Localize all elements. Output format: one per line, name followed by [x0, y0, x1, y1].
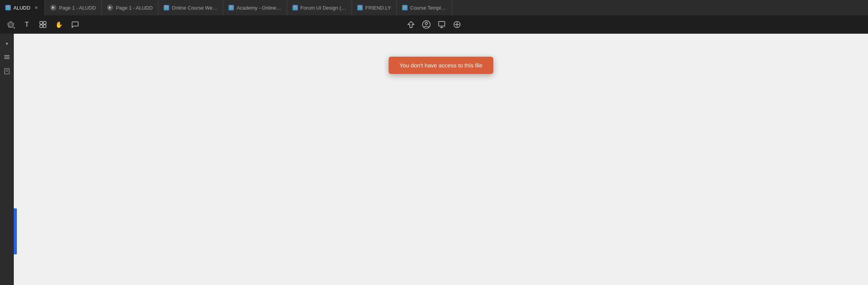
svg-rect-42 — [439, 21, 445, 26]
tab-aludd[interactable]: ALUDD ✕ — [0, 0, 45, 15]
svg-rect-13 — [231, 6, 233, 7]
tab-label: FRIEND.LY — [365, 5, 391, 11]
svg-rect-50 — [4, 57, 10, 57]
svg-rect-1 — [8, 6, 10, 7]
text-tool[interactable]: T — [21, 18, 33, 31]
svg-rect-38 — [43, 25, 46, 28]
svg-point-41 — [425, 22, 427, 25]
svg-rect-22 — [358, 6, 360, 7]
svg-marker-6 — [109, 6, 111, 9]
play-icon — [50, 5, 56, 11]
svg-rect-17 — [294, 6, 295, 7]
svg-rect-12 — [230, 6, 232, 7]
svg-rect-27 — [403, 6, 405, 7]
tab-label: Page 1 - ALUDD — [59, 5, 96, 11]
svg-point-26 — [358, 8, 360, 10]
toolbar: ▾ T ✋ — [0, 15, 868, 34]
hand-tool[interactable]: ✋ — [53, 18, 65, 31]
tab-label: Academy - Online… — [237, 5, 281, 11]
tab-bar: ALUDD ✕ Page 1 - ALUDD Page 1 - ALUDD — [0, 0, 868, 15]
figma-icon — [357, 5, 363, 10]
svg-rect-28 — [405, 6, 406, 7]
svg-rect-36 — [43, 21, 46, 24]
tab-label: Forum UI Design (… — [301, 5, 346, 11]
svg-rect-49 — [4, 55, 10, 56]
figma-icon — [5, 5, 11, 10]
tab-page1-aludd-2[interactable]: Page 1 - ALUDD — [102, 0, 158, 15]
figma-icon — [293, 5, 298, 10]
tab-course-templ[interactable]: Course Templ… — [397, 0, 452, 15]
left-sidebar: ▾ — [0, 34, 14, 285]
tab-label: ALUDD — [13, 5, 30, 11]
tab-page1-aludd-1[interactable]: Page 1 - ALUDD — [45, 0, 102, 15]
svg-rect-30 — [405, 7, 406, 9]
present-icon[interactable] — [436, 18, 448, 31]
comment-tool[interactable] — [69, 18, 81, 31]
svg-marker-39 — [408, 21, 414, 28]
tab-label: Online Course We… — [172, 5, 217, 11]
layers-icon[interactable] — [2, 52, 12, 63]
svg-rect-7 — [165, 6, 167, 7]
tab-close-button[interactable]: ✕ — [33, 5, 39, 11]
svg-rect-8 — [166, 6, 168, 7]
svg-point-16 — [230, 8, 232, 10]
figma-icon — [402, 5, 408, 10]
svg-point-4 — [7, 8, 8, 10]
svg-rect-23 — [360, 6, 362, 7]
blue-element — [14, 208, 17, 254]
components-tool[interactable] — [37, 18, 49, 31]
selector-tool[interactable]: ▾ — [5, 18, 17, 31]
svg-rect-51 — [4, 58, 10, 59]
svg-rect-35 — [40, 21, 43, 24]
svg-rect-18 — [295, 6, 297, 7]
play-icon — [107, 5, 113, 11]
chevron-down-icon[interactable]: ▾ — [2, 38, 12, 49]
zoom-icon[interactable] — [451, 18, 463, 31]
svg-rect-37 — [40, 25, 43, 28]
tab-academy-online[interactable]: Academy - Online… — [223, 0, 287, 15]
canvas-area: You don't have access to this file — [14, 34, 868, 285]
svg-point-21 — [294, 8, 295, 10]
svg-rect-3 — [8, 7, 10, 9]
toolbar-center — [405, 18, 463, 31]
bookmark-icon[interactable] — [2, 66, 12, 77]
figma-icon — [229, 5, 234, 10]
svg-rect-10 — [166, 7, 168, 9]
main-container: ▾ You don't have access to this file — [0, 34, 868, 285]
share-icon[interactable] — [405, 18, 417, 31]
svg-point-11 — [165, 8, 167, 10]
svg-rect-25 — [360, 7, 362, 9]
tab-label: Page 1 - ALUDD — [116, 5, 153, 11]
svg-point-31 — [403, 8, 405, 10]
tab-label: Course Templ… — [410, 5, 446, 11]
figma-icon — [164, 5, 169, 10]
avatar-icon[interactable] — [420, 18, 432, 31]
svg-rect-20 — [295, 7, 297, 9]
svg-marker-5 — [52, 6, 54, 9]
tab-friendy[interactable]: FRIEND.LY — [352, 0, 397, 15]
toolbar-tools: ▾ T ✋ — [5, 18, 81, 31]
svg-rect-0 — [7, 6, 8, 7]
tab-online-course[interactable]: Online Course We… — [158, 0, 223, 15]
svg-rect-15 — [231, 7, 233, 9]
toast-message: You don't have access to this file — [399, 62, 483, 69]
toast-notification: You don't have access to this file — [389, 57, 493, 74]
tab-forum-ui[interactable]: Forum UI Design (… — [287, 0, 352, 15]
